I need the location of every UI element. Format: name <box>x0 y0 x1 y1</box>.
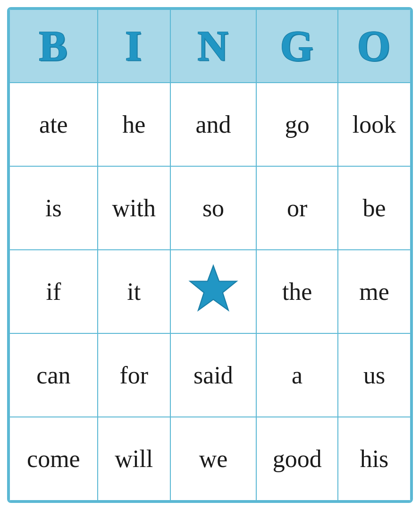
cell-3-4[interactable]: the <box>256 250 338 333</box>
cell-4-3[interactable]: said <box>170 333 257 417</box>
cell-2-2[interactable]: with <box>98 166 170 250</box>
header-g: G <box>256 9 338 83</box>
header-i: I <box>98 9 170 83</box>
cell-1-2[interactable]: he <box>98 83 170 166</box>
letter-n: N <box>198 23 229 69</box>
svg-marker-0 <box>190 265 237 310</box>
cell-1-5[interactable]: look <box>338 83 411 166</box>
cell-3-1[interactable]: if <box>9 250 98 333</box>
letter-b: B <box>39 23 68 69</box>
header-o: O <box>338 9 411 83</box>
cell-4-4[interactable]: a <box>256 333 338 417</box>
header-n: N <box>170 9 257 83</box>
bingo-row-3: if it the me <box>9 250 411 333</box>
star-icon <box>187 263 239 315</box>
cell-4-2[interactable]: for <box>98 333 170 417</box>
bingo-row-2: is with so or be <box>9 166 411 250</box>
cell-4-1[interactable]: can <box>9 333 98 417</box>
cell-1-3[interactable]: and <box>170 83 257 166</box>
cell-2-4[interactable]: or <box>256 166 338 250</box>
letter-i: I <box>125 23 143 69</box>
bingo-table: B I N G O ate he and go look is with so … <box>9 9 411 501</box>
cell-5-4[interactable]: good <box>256 417 338 501</box>
cell-2-1[interactable]: is <box>9 166 98 250</box>
cell-3-2[interactable]: it <box>98 250 170 333</box>
cell-1-1[interactable]: ate <box>9 83 98 166</box>
bingo-row-1: ate he and go look <box>9 83 411 166</box>
header-row: B I N G O <box>9 9 411 83</box>
header-b: B <box>9 9 98 83</box>
bingo-row-4: can for said a us <box>9 333 411 417</box>
letter-g: G <box>280 23 314 69</box>
cell-2-3[interactable]: so <box>170 166 257 250</box>
bingo-row-5: come will we good his <box>9 417 411 501</box>
free-space-cell[interactable] <box>170 250 257 333</box>
bingo-card: B I N G O ate he and go look is with so … <box>7 7 413 503</box>
cell-1-4[interactable]: go <box>256 83 338 166</box>
cell-5-3[interactable]: we <box>170 417 257 501</box>
cell-5-2[interactable]: will <box>98 417 170 501</box>
cell-4-5[interactable]: us <box>338 333 411 417</box>
cell-5-1[interactable]: come <box>9 417 98 501</box>
cell-3-5[interactable]: me <box>338 250 411 333</box>
cell-5-5[interactable]: his <box>338 417 411 501</box>
letter-o: O <box>357 23 391 69</box>
cell-2-5[interactable]: be <box>338 166 411 250</box>
